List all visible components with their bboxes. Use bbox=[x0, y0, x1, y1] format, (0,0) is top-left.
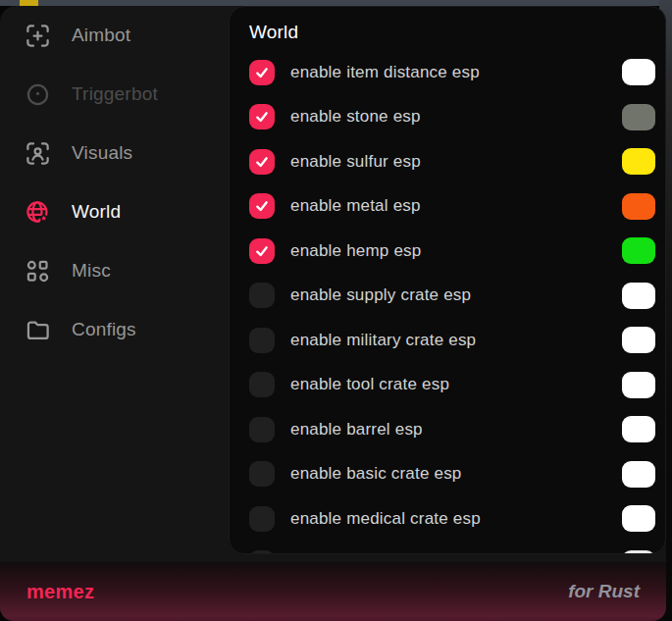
esp-row-label: enable barrel esp bbox=[290, 420, 423, 440]
color-swatch[interactable] bbox=[622, 505, 655, 532]
tagline-label: for Rust bbox=[568, 581, 640, 602]
trigger-circle-icon bbox=[25, 81, 51, 108]
esp-row: enable stone esp bbox=[249, 95, 655, 140]
color-swatch[interactable] bbox=[622, 283, 655, 309]
sidebar-item-label: Visuals bbox=[72, 142, 132, 164]
sidebar-item-aimbot[interactable]: Aimbot bbox=[0, 6, 229, 65]
esp-row-label: enable sulfur esp bbox=[290, 152, 421, 172]
world-panel: World enable item distance esp enable st… bbox=[229, 6, 666, 554]
esp-row: enable basic crate esp bbox=[249, 452, 655, 497]
panel-title: World bbox=[249, 22, 655, 43]
esp-row-label: enable basic crate esp bbox=[290, 464, 462, 484]
esp-checkbox[interactable] bbox=[249, 328, 275, 353]
esp-row: enable medical crate esp bbox=[249, 496, 655, 542]
esp-row: enable item distance esp bbox=[249, 50, 655, 95]
color-swatch[interactable] bbox=[622, 416, 655, 442]
esp-checkbox[interactable] bbox=[249, 60, 275, 85]
esp-checkbox[interactable] bbox=[249, 372, 275, 397]
color-swatch[interactable] bbox=[622, 327, 655, 353]
sidebar-item-label: Configs bbox=[72, 319, 136, 340]
esp-checkbox[interactable] bbox=[249, 283, 275, 308]
person-scan-icon bbox=[25, 140, 51, 167]
cheat-menu-window: Aimbot Triggerbot Visuals World Misc Con… bbox=[0, 6, 666, 621]
folder-icon bbox=[25, 317, 51, 343]
esp-row: enable metal esp bbox=[249, 184, 655, 230]
sidebar-item-triggerbot[interactable]: Triggerbot bbox=[0, 65, 229, 124]
esp-row bbox=[249, 542, 655, 555]
sidebar-item-misc[interactable]: Misc bbox=[0, 241, 229, 300]
esp-row-label: enable hemp esp bbox=[290, 241, 421, 261]
sidebar-item-visuals[interactable]: Visuals bbox=[0, 124, 229, 182]
esp-row-label: enable medical crate esp bbox=[290, 509, 481, 529]
esp-checkbox[interactable] bbox=[249, 417, 275, 442]
esp-row-label: enable stone esp bbox=[290, 107, 421, 127]
esp-row: enable sulfur esp bbox=[249, 139, 655, 184]
sidebar-item-world[interactable]: World bbox=[0, 182, 229, 241]
color-swatch[interactable] bbox=[622, 148, 655, 175]
brand-label: memez bbox=[26, 581, 94, 603]
sidebar-item-label: Misc bbox=[72, 260, 111, 282]
color-swatch[interactable] bbox=[622, 550, 655, 554]
esp-row-list: enable item distance esp enable stone es… bbox=[249, 50, 655, 554]
esp-checkbox[interactable] bbox=[249, 149, 275, 175]
esp-row-label: enable tool crate esp bbox=[290, 375, 449, 394]
esp-checkbox[interactable] bbox=[249, 506, 275, 532]
crosshair-icon bbox=[25, 23, 51, 49]
color-swatch[interactable] bbox=[622, 193, 655, 220]
color-swatch[interactable] bbox=[622, 59, 655, 85]
esp-row-label: enable metal esp bbox=[290, 196, 421, 216]
grid-shapes-icon bbox=[25, 258, 51, 285]
esp-checkbox[interactable] bbox=[249, 193, 275, 219]
content-row: Aimbot Triggerbot Visuals World Misc Con… bbox=[0, 6, 666, 562]
esp-checkbox[interactable] bbox=[249, 104, 275, 129]
esp-row-label: enable supply crate esp bbox=[290, 285, 471, 305]
esp-checkbox[interactable] bbox=[249, 238, 275, 264]
esp-row: enable military crate esp bbox=[249, 318, 655, 363]
esp-row: enable supply crate esp bbox=[249, 274, 655, 319]
color-swatch[interactable] bbox=[622, 237, 655, 264]
esp-row: enable hemp esp bbox=[249, 229, 655, 274]
color-swatch[interactable] bbox=[622, 104, 655, 130]
sidebar: Aimbot Triggerbot Visuals World Misc Con… bbox=[0, 6, 229, 562]
sidebar-item-label: World bbox=[72, 201, 121, 223]
color-swatch[interactable] bbox=[622, 372, 655, 398]
sidebar-item-label: Triggerbot bbox=[72, 83, 158, 105]
esp-checkbox[interactable] bbox=[249, 461, 275, 487]
sidebar-item-label: Aimbot bbox=[72, 25, 130, 46]
footer-bar: memez for Rust bbox=[0, 562, 666, 621]
color-swatch[interactable] bbox=[622, 461, 655, 488]
sidebar-item-configs[interactable]: Configs bbox=[0, 300, 229, 359]
esp-row: enable tool crate esp bbox=[249, 363, 655, 408]
esp-row-label: enable military crate esp bbox=[290, 331, 476, 350]
esp-row: enable barrel esp bbox=[249, 407, 655, 452]
globe-star-icon bbox=[25, 199, 51, 226]
esp-checkbox[interactable] bbox=[249, 550, 275, 554]
esp-row-label: enable item distance esp bbox=[290, 63, 480, 82]
